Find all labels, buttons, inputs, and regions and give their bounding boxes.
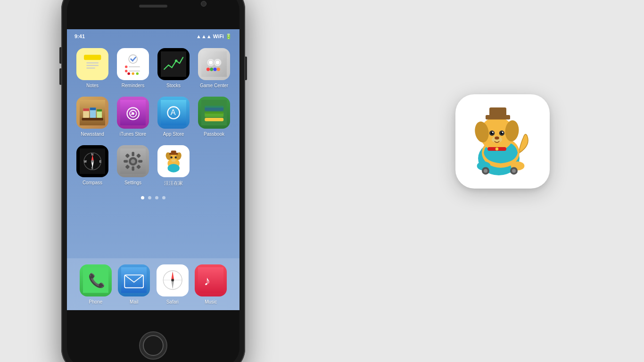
screen: 9:41 ▲▲▲ WiFi 🔋 No — [67, 29, 239, 310]
app-newsstand[interactable]: Newsstand — [74, 97, 110, 137]
status-bar: 9:41 ▲▲▲ WiFi 🔋 — [67, 29, 239, 43]
camera — [201, 1, 206, 7]
dock-mail[interactable]: Mail — [118, 264, 150, 304]
svg-rect-62 — [124, 160, 128, 162]
music-icon: ♪ — [195, 264, 227, 296]
svg-point-12 — [132, 73, 134, 74]
svg-text:W: W — [84, 160, 87, 163]
svg-point-56 — [91, 160, 93, 162]
svg-point-115 — [484, 169, 487, 173]
svg-point-21 — [215, 60, 220, 65]
svg-text:S: S — [91, 166, 93, 170]
svg-rect-27 — [82, 118, 103, 120]
svg-point-20 — [208, 60, 213, 65]
dot-2 — [148, 196, 151, 199]
power-button[interactable] — [245, 57, 247, 80]
volume-down-button[interactable] — [59, 68, 61, 85]
dot-4 — [162, 196, 165, 199]
svg-point-16 — [175, 59, 177, 62]
svg-rect-33 — [97, 109, 102, 112]
svg-point-14 — [127, 72, 130, 74]
svg-point-79 — [167, 164, 179, 172]
svg-rect-46 — [205, 112, 223, 114]
svg-text:♪: ♪ — [130, 109, 133, 116]
notes-label: Notes — [86, 83, 99, 88]
home-button[interactable] — [139, 331, 167, 360]
gamecenter-icon — [198, 48, 230, 80]
svg-rect-47 — [205, 118, 223, 121]
status-icons: ▲▲▲ WiFi 🔋 — [196, 33, 232, 40]
svg-rect-100 — [489, 107, 506, 116]
phone-label: Phone — [89, 299, 102, 304]
app-appstore[interactable]: A App Store — [156, 97, 191, 137]
reminders-icon — [117, 48, 149, 80]
settings-icon — [117, 145, 149, 177]
svg-point-9 — [125, 70, 127, 72]
svg-point-7 — [125, 66, 127, 68]
passbook-label: Passbook — [204, 132, 224, 137]
dot-1 — [141, 196, 144, 199]
app-reminders[interactable]: Reminders — [115, 48, 151, 88]
app-settings[interactable]: Settings — [115, 145, 151, 187]
svg-point-91 — [171, 279, 173, 281]
dock-music[interactable]: ♪ Music — [195, 264, 227, 304]
compass-label: Compass — [83, 180, 102, 185]
svg-point-117 — [512, 169, 516, 173]
passbook-icon — [198, 97, 230, 129]
speaker — [139, 5, 167, 8]
itunes-label: iTunes Store — [120, 132, 146, 137]
svg-point-73 — [170, 156, 173, 159]
svg-rect-60 — [132, 152, 134, 156]
iphone: 9:41 ▲▲▲ WiFi 🔋 No — [61, 0, 245, 362]
app-custom[interactable]: 汪汪在家 — [156, 145, 191, 187]
app-notes[interactable]: Notes — [74, 48, 110, 88]
time: 9:41 — [74, 33, 85, 39]
newsstand-label: Newsstand — [81, 132, 104, 137]
app-stocks[interactable]: Stocks — [156, 48, 191, 88]
compass-icon: N S W E — [76, 145, 108, 177]
svg-text:A: A — [171, 108, 176, 116]
svg-point-106 — [502, 132, 503, 133]
stocks-icon — [157, 48, 190, 80]
svg-text:E: E — [99, 160, 101, 163]
svg-point-22 — [206, 67, 210, 71]
dot-3 — [155, 196, 158, 199]
volume-up-button[interactable] — [59, 47, 61, 64]
appstore-label: App Store — [163, 132, 184, 137]
app-gamecenter[interactable]: Game Center — [196, 48, 232, 88]
svg-point-109 — [495, 137, 499, 140]
page-dots — [67, 191, 239, 204]
svg-point-23 — [210, 67, 213, 71]
svg-point-25 — [216, 67, 220, 71]
app-grid: Notes — [67, 43, 239, 191]
dock-safari[interactable]: Safari — [157, 264, 189, 304]
svg-point-76 — [171, 159, 175, 161]
app-compass[interactable]: N S W E Compass — [74, 145, 110, 187]
newsstand-icon — [76, 97, 108, 129]
music-label: Music — [205, 299, 217, 304]
svg-point-59 — [131, 159, 135, 163]
svg-rect-63 — [138, 160, 142, 162]
home-button-area[interactable] — [139, 331, 167, 360]
reminders-label: Reminders — [122, 83, 144, 88]
dog-app-card — [455, 94, 550, 189]
phone-icon: 📞 — [80, 264, 112, 296]
mail-icon — [118, 264, 150, 296]
safari-label: Safari — [166, 299, 179, 304]
dock-phone[interactable]: 📞 Phone — [80, 264, 112, 304]
svg-rect-31 — [90, 107, 96, 110]
svg-rect-61 — [132, 166, 134, 171]
svg-rect-78 — [171, 150, 176, 153]
svg-rect-82 — [121, 267, 147, 293]
svg-rect-92 — [198, 267, 223, 293]
svg-point-74 — [174, 156, 177, 159]
custom-label: 汪汪在家 — [164, 180, 183, 187]
appstore-icon: A — [157, 97, 190, 129]
mail-label: Mail — [130, 299, 138, 304]
stocks-label: Stocks — [166, 83, 181, 88]
app-passbook[interactable]: Passbook — [196, 97, 232, 137]
svg-point-105 — [492, 132, 494, 133]
svg-point-111 — [495, 148, 498, 150]
app-itunes[interactable]: ♪ iTunes Store — [115, 97, 151, 137]
safari-icon — [157, 264, 189, 296]
